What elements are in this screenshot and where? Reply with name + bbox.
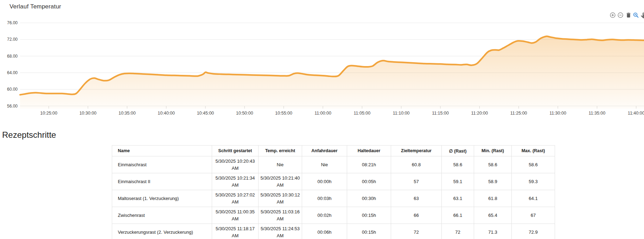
- table-cell: 5/30/2025 11:03:16 AM: [259, 207, 302, 224]
- table-cell: 72: [391, 224, 442, 239]
- table-cell: 5/30/2025 10:30:12 AM: [259, 190, 302, 207]
- clear-zoom-button[interactable]: [625, 12, 632, 18]
- table-cell: 61.8: [474, 190, 512, 207]
- table-cell: 58.9: [474, 173, 512, 190]
- recipe-steps-table: NameSchritt gestartetTemp. erreichtAnfah…: [112, 145, 555, 239]
- column-header: Min. (Rast): [474, 146, 512, 156]
- x-axis-label: 11:40:00: [628, 111, 644, 116]
- x-axis-label: 11:20:00: [471, 111, 488, 116]
- circle-plus-icon: [610, 12, 616, 18]
- table-cell: 5/30/2025 10:21:40 AM: [259, 173, 302, 190]
- table-cell: 63: [391, 190, 442, 207]
- pan-button[interactable]: [640, 12, 644, 18]
- x-axis-label: 10:40:00: [158, 111, 175, 116]
- table-cell: 58.6: [442, 156, 474, 173]
- table-row: Einmaischrast II5/30/2025 10:21:34 AM5/3…: [112, 173, 555, 190]
- table-cell: 5/30/2025 10:27:02 AM: [212, 190, 259, 207]
- table-cell: Einmaischrast II: [112, 173, 212, 190]
- table-row: Maltoserast (1. Verzuckerung)5/30/2025 1…: [112, 190, 555, 207]
- x-axis-label: 10:55:00: [275, 111, 292, 116]
- x-axis-label: 11:25:00: [510, 111, 527, 116]
- table-cell: 5/30/2025 11:18:17 AM: [212, 224, 259, 239]
- temperature-chart-plot-area[interactable]: 76.0072.0068.0064.0060.0056.0010:25:0010…: [0, 0, 644, 121]
- table-cell: 72.9: [512, 224, 555, 239]
- column-header: Schritt gestartet: [212, 146, 259, 156]
- x-axis-label: 11:00:00: [314, 111, 331, 116]
- hand-icon: [640, 12, 644, 18]
- table-cell: 59.1: [442, 173, 474, 190]
- table-cell: 00:30h: [347, 190, 391, 207]
- table-cell: 64.1: [512, 190, 555, 207]
- table-cell: 66.1: [442, 207, 474, 224]
- table-cell: 71.3: [474, 224, 512, 239]
- column-header: Temp. erreicht: [259, 146, 302, 156]
- y-axis-label: 76.00: [7, 20, 18, 25]
- page: Verlauf Temperatur 76.0072.0068.0064.006…: [0, 0, 644, 239]
- y-axis-label: 60.00: [7, 87, 18, 92]
- x-axis-label: 11:15:00: [432, 111, 449, 116]
- table-cell: 59.3: [512, 173, 555, 190]
- zoom-in-button[interactable]: [610, 12, 616, 18]
- table-cell: 00:03h: [302, 190, 347, 207]
- zoom-select-button[interactable]: [633, 12, 639, 18]
- table-cell: 57: [391, 173, 442, 190]
- x-axis-label: 10:50:00: [236, 111, 253, 116]
- table-cell: 65.4: [474, 207, 512, 224]
- table-header-row: NameSchritt gestartetTemp. erreichtAnfah…: [112, 146, 555, 156]
- table-cell: Nie: [259, 156, 302, 173]
- table-row: Verzuckerungsrast (2. Verzuckerung)5/30/…: [112, 224, 555, 239]
- table-cell: 00:15h: [347, 224, 391, 239]
- x-axis-label: 10:45:00: [197, 111, 214, 116]
- table-cell: 58.6: [474, 156, 512, 173]
- y-axis-label: 68.00: [7, 54, 18, 59]
- x-axis-label: 10:35:00: [119, 111, 136, 116]
- column-header: Name: [112, 146, 212, 156]
- table-cell: 5/30/2025 10:20:43 AM: [212, 156, 259, 173]
- table-cell: 00:05h: [347, 173, 391, 190]
- table-cell: 72: [442, 224, 474, 239]
- x-axis-label: 10:30:00: [79, 111, 97, 116]
- column-header: Max. (Rast): [512, 146, 555, 156]
- table-cell: 08:21h: [347, 156, 391, 173]
- table-cell: Maltoserast (1. Verzuckerung): [112, 190, 212, 207]
- trash-icon: [625, 12, 632, 18]
- table-cell: 67: [512, 207, 555, 224]
- section-heading: Rezeptschritte: [2, 130, 56, 140]
- table-cell: 58.6: [512, 156, 555, 173]
- table-cell: 66: [391, 207, 442, 224]
- x-axis-label: 11:05:00: [353, 111, 370, 116]
- x-axis-label: 11:35:00: [589, 111, 606, 116]
- column-header: Haltedauer: [347, 146, 391, 156]
- y-axis-label: 64.00: [7, 70, 18, 75]
- table-cell: 00:15h: [347, 207, 391, 224]
- column-header: Anfahrdauer: [302, 146, 347, 156]
- y-axis-label: 72.00: [7, 37, 18, 42]
- magnifier-plus-icon: [633, 12, 639, 18]
- table-cell: Nie: [302, 156, 347, 173]
- table-cell: 00:00h: [302, 173, 347, 190]
- table-cell: 5/30/2025 11:24:53 AM: [259, 224, 302, 239]
- table-cell: 00:06h: [302, 224, 347, 239]
- table-cell: 00:02h: [302, 207, 347, 224]
- table-cell: Zwischenrast: [112, 207, 212, 224]
- table-cell: 60.8: [391, 156, 442, 173]
- table-row: Einmaischrast5/30/2025 10:20:43 AMNieNie…: [112, 156, 555, 173]
- column-header: Zieltemperatur: [391, 146, 442, 156]
- table-cell: 5/30/2025 10:21:34 AM: [212, 173, 259, 190]
- column-header: ∅ (Rast): [442, 146, 474, 156]
- table-cell: 5/30/2025 11:00:35 AM: [212, 207, 259, 224]
- x-axis-label: 11:10:00: [393, 111, 410, 116]
- x-axis-label: 10:25:00: [40, 111, 57, 116]
- table-row: Zwischenrast5/30/2025 11:00:35 AM5/30/20…: [112, 207, 555, 224]
- y-axis-label: 56.00: [7, 104, 18, 109]
- temperature-series-fill: [20, 36, 644, 109]
- zoom-out-button[interactable]: [617, 12, 624, 18]
- x-axis-label: 11:30:00: [549, 111, 566, 116]
- table-cell: Einmaischrast: [112, 156, 212, 173]
- circle-minus-icon: [617, 12, 624, 18]
- table-cell: Verzuckerungsrast (2. Verzuckerung): [112, 224, 212, 239]
- table-cell: 63.1: [442, 190, 474, 207]
